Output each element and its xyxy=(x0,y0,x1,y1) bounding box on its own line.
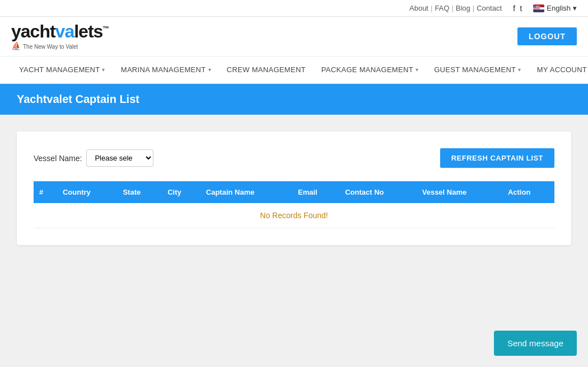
send-message-button[interactable]: Send message xyxy=(494,331,577,338)
logo-sub: The New Way to Valet xyxy=(23,44,78,50)
table-header-row: # Country State City Captain Name Email … xyxy=(34,181,554,203)
col-contact-no: Contact No xyxy=(339,181,417,203)
logo: yachtvalets™ ⛵ The New Way to Valet xyxy=(11,22,109,50)
contact-link[interactable]: Contact xyxy=(477,4,502,12)
sep3: | xyxy=(473,4,474,12)
nav-marina-management[interactable]: MARINA MANAGEMENT ▾ xyxy=(113,57,219,83)
top-bar: About | FAQ | Blog | Contact f t 🇺🇸 Engl… xyxy=(0,0,588,17)
col-hash: # xyxy=(34,181,57,203)
blog-link[interactable]: Blog xyxy=(456,4,470,12)
lang-caret: ▾ xyxy=(573,4,577,12)
col-email: Email xyxy=(292,181,339,203)
flag-icon: 🇺🇸 xyxy=(533,4,544,12)
logo-lets: lets xyxy=(74,21,102,41)
table-row: No Records Found! xyxy=(34,203,554,228)
no-records-cell: No Records Found! xyxy=(34,203,554,228)
col-vessel-name: Vessel Name xyxy=(417,181,502,203)
nav-crew-management[interactable]: CREW MANAGEMENT xyxy=(219,57,314,83)
vessel-filter: Vessel Name: Please sele xyxy=(34,149,153,167)
nav-guest-management[interactable]: GUEST MANAGEMENT ▾ xyxy=(426,57,529,83)
main-card: Vessel Name: Please sele REFRESH CAPTAIN… xyxy=(17,131,571,245)
chevron-down-icon: ▾ xyxy=(416,67,418,73)
logo-boat-icon: ⛵ xyxy=(11,41,21,50)
twitter-icon[interactable]: t xyxy=(520,3,522,13)
about-link[interactable]: About xyxy=(409,4,428,12)
vessel-select[interactable]: Please sele xyxy=(86,149,153,167)
sep2: | xyxy=(451,4,453,12)
logo-yacht: yacht xyxy=(11,21,55,41)
col-country: Country xyxy=(57,181,118,203)
col-captain-name: Captain Name xyxy=(200,181,292,203)
chevron-down-icon: ▾ xyxy=(102,67,105,73)
sep1: | xyxy=(431,4,432,12)
lang-label: English xyxy=(547,4,571,12)
facebook-icon[interactable]: f xyxy=(513,3,515,13)
chevron-down-icon: ▾ xyxy=(518,67,521,73)
chevron-down-icon: ▾ xyxy=(208,67,211,73)
vessel-label: Vessel Name: xyxy=(34,154,82,163)
top-bar-links: About | FAQ | Blog | Contact xyxy=(409,4,502,12)
social-links: f t xyxy=(513,3,522,13)
nav-package-management[interactable]: PACKAGE MANAGEMENT ▾ xyxy=(314,57,426,83)
language-selector[interactable]: 🇺🇸 English ▾ xyxy=(533,4,577,12)
logo-valets: va xyxy=(55,21,74,41)
col-city: City xyxy=(162,181,200,203)
header: yachtvalets™ ⛵ The New Way to Valet LOGO… xyxy=(0,17,588,57)
logo-text: yachtvalets™ xyxy=(11,22,109,40)
content-area: Vessel Name: Please sele REFRESH CAPTAIN… xyxy=(0,115,588,338)
no-records-text: No Records Found! xyxy=(260,211,328,220)
refresh-button[interactable]: REFRESH CAPTAIN LIST xyxy=(440,148,554,168)
col-action: Action xyxy=(502,181,554,203)
nav-my-account[interactable]: MY ACCOUNT ▾ xyxy=(529,57,588,83)
page-title-bar: Yachtvalet Captain List xyxy=(0,84,588,115)
logout-button[interactable]: LOGOUT xyxy=(517,27,577,45)
captain-table: # Country State City Captain Name Email … xyxy=(34,181,554,228)
main-nav: YACHT MANAGEMENT ▾ MARINA MANAGEMENT ▾ C… xyxy=(0,57,588,84)
faq-link[interactable]: FAQ xyxy=(435,4,449,12)
nav-yacht-management[interactable]: YACHT MANAGEMENT ▾ xyxy=(11,57,113,83)
filter-row: Vessel Name: Please sele REFRESH CAPTAIN… xyxy=(34,148,554,168)
page-title: Yachtvalet Captain List xyxy=(17,93,139,105)
col-state: State xyxy=(117,181,162,203)
